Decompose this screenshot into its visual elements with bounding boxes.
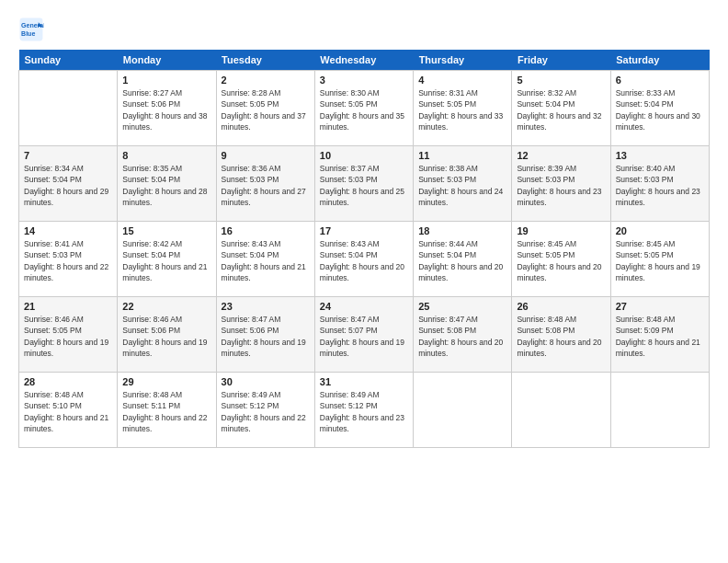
calendar-cell: 24Sunrise: 8:47 AMSunset: 5:07 PMDayligh… [314,297,413,373]
page: General Blue SundayMondayTuesdayWednesda… [0,0,728,563]
day-number: 18 [418,225,506,236]
calendar-week-2: 7Sunrise: 8:34 AMSunset: 5:04 PMDaylight… [19,146,710,222]
day-number: 13 [616,150,704,161]
day-info: Sunrise: 8:48 AMSunset: 5:10 PMDaylight:… [24,389,112,434]
calendar-cell: 17Sunrise: 8:43 AMSunset: 5:04 PMDayligh… [314,222,413,297]
day-number: 14 [24,225,112,236]
calendar-week-3: 14Sunrise: 8:41 AMSunset: 5:03 PMDayligh… [19,222,710,297]
day-number: 16 [222,225,310,236]
day-number: 29 [122,376,210,387]
day-info: Sunrise: 8:40 AMSunset: 5:03 PMDaylight:… [616,163,704,208]
weekday-header-monday: Monday [118,50,216,71]
day-info: Sunrise: 8:39 AMSunset: 5:03 PMDaylight:… [517,163,605,208]
calendar-cell: 31Sunrise: 8:49 AMSunset: 5:12 PMDayligh… [314,373,413,448]
calendar-cell: 21Sunrise: 8:46 AMSunset: 5:05 PMDayligh… [19,297,118,373]
day-info: Sunrise: 8:43 AMSunset: 5:04 PMDaylight:… [320,238,408,283]
day-info: Sunrise: 8:47 AMSunset: 5:08 PMDaylight:… [418,314,506,359]
calendar-cell: 16Sunrise: 8:43 AMSunset: 5:04 PMDayligh… [216,222,314,297]
day-info: Sunrise: 8:36 AMSunset: 5:03 PMDaylight:… [222,163,310,208]
day-info: Sunrise: 8:32 AMSunset: 5:04 PMDaylight:… [517,87,605,132]
calendar-cell: 23Sunrise: 8:47 AMSunset: 5:06 PMDayligh… [216,297,314,373]
day-number: 30 [222,376,310,387]
day-info: Sunrise: 8:49 AMSunset: 5:12 PMDaylight:… [222,389,310,434]
calendar-week-4: 21Sunrise: 8:46 AMSunset: 5:05 PMDayligh… [19,297,710,373]
calendar-cell: 15Sunrise: 8:42 AMSunset: 5:04 PMDayligh… [118,222,216,297]
calendar-cell: 2Sunrise: 8:28 AMSunset: 5:05 PMDaylight… [216,71,314,146]
day-number: 8 [122,150,210,161]
day-info: Sunrise: 8:48 AMSunset: 5:11 PMDaylight:… [122,389,210,434]
day-number: 19 [517,225,605,236]
calendar-cell: 3Sunrise: 8:30 AMSunset: 5:05 PMDaylight… [314,71,413,146]
day-info: Sunrise: 8:48 AMSunset: 5:09 PMDaylight:… [616,314,704,359]
day-number: 23 [222,301,310,312]
day-info: Sunrise: 8:31 AMSunset: 5:05 PMDaylight:… [418,87,506,132]
header: General Blue [18,17,710,42]
day-info: Sunrise: 8:47 AMSunset: 5:07 PMDaylight:… [320,314,408,359]
day-number: 4 [418,75,506,86]
weekday-header-wednesday: Wednesday [314,50,413,71]
day-number: 17 [320,225,408,236]
day-number: 20 [616,225,704,236]
calendar-cell: 1Sunrise: 8:27 AMSunset: 5:06 PMDaylight… [118,71,216,146]
day-info: Sunrise: 8:37 AMSunset: 5:03 PMDaylight:… [320,163,408,208]
calendar-cell: 30Sunrise: 8:49 AMSunset: 5:12 PMDayligh… [216,373,314,448]
calendar-cell: 22Sunrise: 8:46 AMSunset: 5:06 PMDayligh… [118,297,216,373]
day-info: Sunrise: 8:48 AMSunset: 5:08 PMDaylight:… [517,314,605,359]
calendar-cell [512,373,610,448]
svg-rect-0 [20,18,43,41]
logo: General Blue [18,17,48,42]
calendar-cell: 19Sunrise: 8:45 AMSunset: 5:05 PMDayligh… [512,222,610,297]
calendar-cell: 9Sunrise: 8:36 AMSunset: 5:03 PMDaylight… [216,146,314,222]
weekday-header-saturday: Saturday [610,50,709,71]
calendar-cell: 11Sunrise: 8:38 AMSunset: 5:03 PMDayligh… [414,146,512,222]
calendar-week-1: 1Sunrise: 8:27 AMSunset: 5:06 PMDaylight… [19,71,710,146]
day-number: 28 [24,376,112,387]
day-info: Sunrise: 8:45 AMSunset: 5:05 PMDaylight:… [616,238,704,283]
weekday-header-sunday: Sunday [19,50,118,71]
day-number: 5 [517,75,605,86]
calendar-cell: 6Sunrise: 8:33 AMSunset: 5:04 PMDaylight… [610,71,709,146]
day-number: 25 [418,301,506,312]
weekday-header-tuesday: Tuesday [216,50,314,71]
day-info: Sunrise: 8:30 AMSunset: 5:05 PMDaylight:… [320,87,408,132]
calendar-cell: 8Sunrise: 8:35 AMSunset: 5:04 PMDaylight… [118,146,216,222]
day-number: 2 [222,75,310,86]
day-number: 21 [24,301,112,312]
day-info: Sunrise: 8:47 AMSunset: 5:06 PMDaylight:… [222,314,310,359]
day-number: 24 [320,301,408,312]
day-info: Sunrise: 8:27 AMSunset: 5:06 PMDaylight:… [122,87,210,132]
calendar-cell: 27Sunrise: 8:48 AMSunset: 5:09 PMDayligh… [610,297,709,373]
calendar-cell: 10Sunrise: 8:37 AMSunset: 5:03 PMDayligh… [314,146,413,222]
calendar-cell: 29Sunrise: 8:48 AMSunset: 5:11 PMDayligh… [118,373,216,448]
day-info: Sunrise: 8:33 AMSunset: 5:04 PMDaylight:… [616,87,704,132]
day-number: 6 [616,75,704,86]
logo-icon: General Blue [18,17,44,42]
calendar-week-5: 28Sunrise: 8:48 AMSunset: 5:10 PMDayligh… [19,373,710,448]
day-number: 1 [122,75,210,86]
day-number: 31 [320,376,408,387]
day-number: 9 [222,150,310,161]
day-info: Sunrise: 8:44 AMSunset: 5:04 PMDaylight:… [418,238,506,283]
weekday-header-row: SundayMondayTuesdayWednesdayThursdayFrid… [19,50,710,71]
day-number: 10 [320,150,408,161]
weekday-header-friday: Friday [512,50,610,71]
calendar-cell: 20Sunrise: 8:45 AMSunset: 5:05 PMDayligh… [610,222,709,297]
calendar-table: SundayMondayTuesdayWednesdayThursdayFrid… [18,50,710,448]
day-info: Sunrise: 8:38 AMSunset: 5:03 PMDaylight:… [418,163,506,208]
day-info: Sunrise: 8:41 AMSunset: 5:03 PMDaylight:… [24,238,112,283]
calendar-cell: 4Sunrise: 8:31 AMSunset: 5:05 PMDaylight… [414,71,512,146]
day-info: Sunrise: 8:28 AMSunset: 5:05 PMDaylight:… [222,87,310,132]
day-info: Sunrise: 8:45 AMSunset: 5:05 PMDaylight:… [517,238,605,283]
day-number: 15 [122,225,210,236]
day-info: Sunrise: 8:43 AMSunset: 5:04 PMDaylight:… [222,238,310,283]
calendar-cell [610,373,709,448]
day-info: Sunrise: 8:46 AMSunset: 5:05 PMDaylight:… [24,314,112,359]
calendar-cell: 28Sunrise: 8:48 AMSunset: 5:10 PMDayligh… [19,373,118,448]
day-number: 11 [418,150,506,161]
day-info: Sunrise: 8:35 AMSunset: 5:04 PMDaylight:… [122,163,210,208]
calendar-cell: 25Sunrise: 8:47 AMSunset: 5:08 PMDayligh… [414,297,512,373]
calendar-cell: 18Sunrise: 8:44 AMSunset: 5:04 PMDayligh… [414,222,512,297]
calendar-cell: 13Sunrise: 8:40 AMSunset: 5:03 PMDayligh… [610,146,709,222]
calendar-cell: 12Sunrise: 8:39 AMSunset: 5:03 PMDayligh… [512,146,610,222]
day-number: 27 [616,301,704,312]
